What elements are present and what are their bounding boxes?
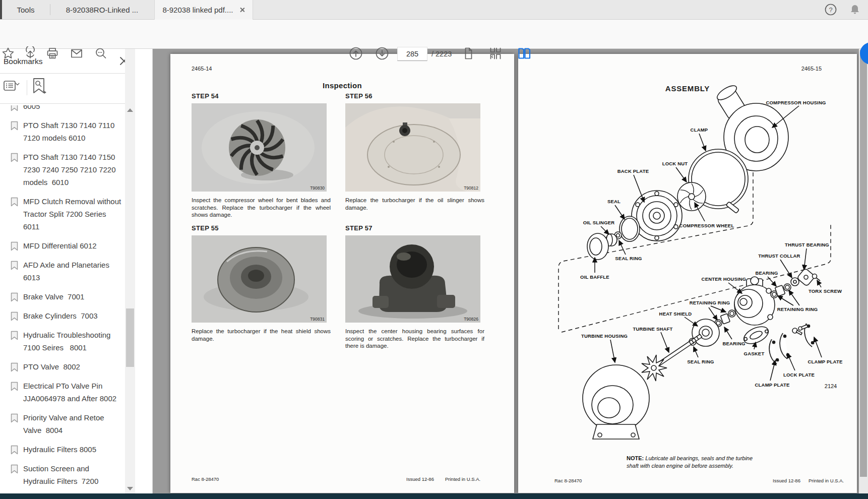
diagram-label: RETAINING RING xyxy=(690,300,730,305)
bookmark-icon xyxy=(11,292,18,305)
bookmark-icon xyxy=(11,445,18,458)
notifications-bell-icon[interactable] xyxy=(848,3,862,17)
diagram-label: COMPRESSOR HOUSING xyxy=(766,100,826,105)
bookmark-icon xyxy=(11,153,18,166)
bookmark-item[interactable]: Brake Valve 7001 xyxy=(0,288,125,305)
bookmark-list: 6005 PTO Shaft 7130 7140 7110 7120 model… xyxy=(0,105,125,493)
tab-close-icon[interactable] xyxy=(239,7,245,13)
bookmark-item[interactable]: MFD Clutch Removal without Tractor Split… xyxy=(0,193,125,235)
diagram-label: CENTER HOUSING xyxy=(702,276,747,282)
step-caption: Replace the turbocharger if the oil slin… xyxy=(345,197,484,211)
step-label: STEP 56 xyxy=(345,92,486,100)
diagram-label: TORX SCREW xyxy=(809,288,842,294)
bookmark-label: MFD Differential 6012 xyxy=(23,241,97,250)
photo-id: T90831 xyxy=(310,317,325,322)
photo-id: T90830 xyxy=(310,185,325,191)
document-scrollbar-thumb[interactable] xyxy=(860,50,867,477)
bookmark-icon xyxy=(11,197,18,210)
section-title: Inspection xyxy=(170,81,514,90)
step-photo-oil-slinger: T90812 xyxy=(345,103,480,192)
bookmark-item[interactable]: 6005 xyxy=(0,105,125,115)
diagram-label: THRUST COLLAR xyxy=(758,253,800,259)
search-icon[interactable] xyxy=(94,46,108,60)
step-photo-compressor-wheel: T90830 xyxy=(192,103,327,192)
diagram-label: BEARING xyxy=(722,341,745,346)
bookmark-icon xyxy=(11,121,18,134)
bookmark-icon xyxy=(11,413,18,426)
bookmark-item[interactable]: MFD Differential 6012 xyxy=(0,237,125,255)
bookmark-item[interactable]: PTO Shaft 7130 7140 7110 7120 models 601… xyxy=(0,116,125,147)
two-page-view-icon[interactable] xyxy=(517,46,531,60)
bookmark-label: MFD Clutch Removal without Tractor Split… xyxy=(23,197,121,231)
diagram-label: OIL BAFFLE xyxy=(580,274,609,280)
favorites-star-icon[interactable] xyxy=(1,46,15,60)
document-scrollbar[interactable] xyxy=(859,49,868,493)
footer-doc-code: Rac 8-28470 xyxy=(554,478,582,483)
page-down-icon[interactable] xyxy=(375,46,389,60)
search-bookmark-icon[interactable] xyxy=(32,77,49,98)
bookmark-item[interactable]: Suction Screen and Hydraulic Filters 720… xyxy=(0,460,125,490)
diagram-label: THRUST BEARING xyxy=(785,242,829,247)
tab-bar: Tools 8-92038RO-Linked ... 8-92038 linke… xyxy=(0,0,868,20)
diagram-label: TURBINE HOUSING xyxy=(581,333,628,339)
pdf-page-right: 2465-15 ASSEMBLY xyxy=(518,54,857,493)
diagram-label: TURBINE SHAFT xyxy=(633,326,672,332)
tab-document-1[interactable]: 8-92038RO-Linked ... xyxy=(50,0,154,19)
diagram-label: RETAINING RING xyxy=(777,306,818,312)
bookmark-label: Hydraulic Filters 8005 xyxy=(23,445,96,454)
diagram-label: GASKET xyxy=(744,351,765,356)
sidebar-scrollbar-thumb[interactable] xyxy=(126,308,134,367)
main-toolbar: 285 / 2223 xyxy=(0,20,868,49)
diagram-label: SEAL RING xyxy=(687,359,714,364)
step-block: STEP 55 T90831 Replace the turbocharger … xyxy=(192,224,333,342)
bookmark-icon xyxy=(11,464,18,477)
email-icon[interactable] xyxy=(70,46,84,60)
bookmark-label: AFD Axle and Planetaries 6013 xyxy=(23,261,109,282)
diagram-label: SEAL RING xyxy=(615,256,642,261)
bookmark-label: 6005 xyxy=(23,105,40,110)
page-number-input[interactable]: 285 xyxy=(397,47,427,61)
diagram-label: CLAMP xyxy=(691,127,708,133)
help-icon[interactable]: ? xyxy=(824,3,838,17)
step-label: STEP 54 xyxy=(192,92,333,100)
bookmark-item[interactable]: Hydrualic Troubleshooting 7100 Seires 80… xyxy=(0,326,125,356)
bookmark-icon xyxy=(11,362,18,376)
single-page-view-icon[interactable] xyxy=(461,46,475,60)
print-icon[interactable] xyxy=(45,46,59,60)
bookmark-label: PTO Valve 8002 xyxy=(23,362,80,371)
bookmark-item[interactable]: PTO Valve 8002 xyxy=(0,358,125,376)
share-upload-icon[interactable] xyxy=(23,46,37,60)
bookmark-label: Priority Valve and Retoe Valve 8004 xyxy=(23,413,104,434)
step-caption: Replace the turbocharger if the heat shi… xyxy=(192,328,331,342)
scrolling-view-icon[interactable] xyxy=(488,46,503,60)
bookmark-item[interactable]: Brake Cylinders 7003 xyxy=(0,307,125,325)
page-code: 2465-14 xyxy=(192,66,212,72)
pdf-page-left: 2465-14 Inspection STEP 54 T90830 Inspec… xyxy=(170,54,514,493)
bookmark-icon xyxy=(11,311,18,325)
bookmark-item[interactable]: Electrical PTo Valve Pin JJA0064978 and … xyxy=(0,377,125,407)
assembly-labels: COMPRESSOR HOUSINGCLAMPLOCK NUTBACK PLAT… xyxy=(518,54,857,493)
scroll-down-icon[interactable] xyxy=(127,487,133,490)
photo-id: T90826 xyxy=(464,317,478,322)
diagram-label: CLAMP PLATE xyxy=(755,382,790,388)
page-up-icon[interactable] xyxy=(349,46,363,60)
divider xyxy=(27,80,27,95)
diagram-label: COMPRESSOR WHEEL xyxy=(679,223,734,228)
diagram-label: OIL SLINGER xyxy=(583,220,615,225)
sidebar-scrollbar[interactable] xyxy=(125,49,135,493)
tab-document-2-active[interactable]: 8-92038 linked pdf.... xyxy=(154,0,253,20)
step-label: STEP 57 xyxy=(345,224,486,232)
bookmark-item[interactable]: PTO Shaft 7130 7140 7150 7230 7240 7250 … xyxy=(0,148,125,191)
bookmark-item[interactable]: Priority Valve and Retoe Valve 8004 xyxy=(0,409,125,439)
step-caption: Inspect the center housing bearing surfa… xyxy=(345,328,484,350)
bookmark-icon xyxy=(11,105,18,115)
bookmark-label: PTO Shaft 7130 7140 7110 7120 models 601… xyxy=(23,121,114,142)
photo-id: T90812 xyxy=(464,185,478,191)
bookmark-icon xyxy=(11,331,18,344)
tab-label: Tools xyxy=(17,6,34,14)
tab-tools[interactable]: Tools xyxy=(2,0,49,19)
bookmark-options-icon[interactable] xyxy=(3,79,23,96)
bookmark-item[interactable]: Hydraulic Filters 8005 xyxy=(0,441,125,458)
scroll-up-icon[interactable] xyxy=(127,108,133,112)
bookmark-item[interactable]: AFD Axle and Planetaries 6013 xyxy=(0,256,125,286)
